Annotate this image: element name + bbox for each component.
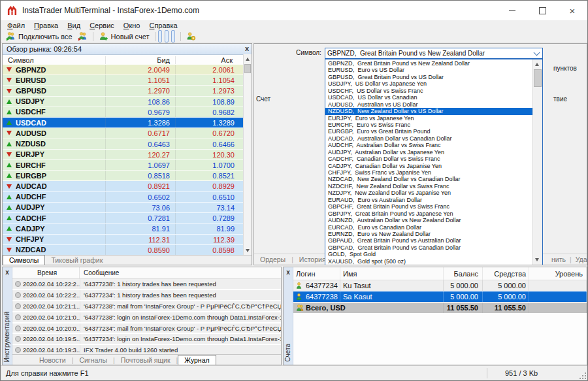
- market-watch-row-USDCHF[interactable]: USDCHF0.96790.9682: [3, 107, 243, 118]
- dropdown-item-NZDUSD[interactable]: NZDUSD, New Zealand Dollar vs US Dollar: [325, 108, 532, 114]
- account-settings-button[interactable]: [184, 31, 199, 42]
- dropdown-item-GBPUSD[interactable]: GBPUSD, Great Britain Pound vs US Dollar: [325, 74, 532, 80]
- journal-row[interactable]: 2020.02.04 10:21:0...'64377238': login o…: [12, 312, 281, 323]
- dropdown-scrollbar-thumb[interactable]: [534, 69, 542, 87]
- accounts-column-header-3[interactable]: Баланс: [444, 267, 483, 280]
- dropdown-item-AUDUSD[interactable]: AUDUSD, Australian vs US Dollar: [325, 101, 532, 108]
- bid-column-header[interactable]: Бид: [106, 56, 176, 64]
- menu-item-Вид[interactable]: Вид: [65, 22, 87, 29]
- ask-column-header[interactable]: Аск: [176, 56, 235, 64]
- dropdown-item-GBPAUD[interactable]: GBPAUD, Great Britain Pound vs Australia…: [325, 237, 532, 244]
- journal-row[interactable]: 2020.02.04 10:19:3...IFX Trader 4.00 bui…: [12, 345, 281, 355]
- scrollbar-thumb[interactable]: [244, 64, 251, 73]
- dropdown-scrollbar[interactable]: [532, 59, 542, 265]
- dropdown-item-CADCHF[interactable]: CADCHF, Canadian Dollar vs Swiss Franc: [325, 156, 532, 162]
- market-watch-row-USDCAD[interactable]: USDCAD1.32861.3289: [3, 118, 243, 128]
- dropdown-item-EURUSD[interactable]: EURUSD, Euro vs US Dollar: [325, 67, 532, 73]
- symbol-combobox[interactable]: GBPNZD, Great Britain Pound vs New Zeala…: [325, 48, 543, 59]
- resize-grip[interactable]: [578, 371, 586, 379]
- order-action-button-1[interactable]: нить: [551, 256, 566, 263]
- market-watch-row-AUDCAD[interactable]: AUDCAD0.89210.8929: [3, 181, 243, 191]
- menu-item-Справка[interactable]: Справка: [146, 22, 184, 29]
- tab-journal-3[interactable]: Почтовый ящик: [115, 356, 176, 365]
- market-watch-close-button[interactable]: x: [245, 44, 249, 53]
- close-button[interactable]: ×: [557, 1, 587, 20]
- connect-all-button[interactable]: Подключить все: [3, 31, 75, 42]
- market-watch-row-EURUSD[interactable]: EURUSD1.10511.1054: [3, 75, 243, 86]
- scroll-up-button[interactable]: [244, 55, 252, 63]
- dropdown-item-GBPJPY[interactable]: GBPJPY, Great Britain Pound vs Japanese …: [325, 210, 532, 217]
- journal-row[interactable]: 2020.02.04 10:22:2...'64377238': 1 histo…: [12, 279, 281, 290]
- scroll-down-button[interactable]: [244, 246, 252, 255]
- dropdown-item-USDCHF[interactable]: USDCHF, US Dollar vs Swiss Franc: [325, 88, 532, 94]
- market-watch-scrollbar[interactable]: [243, 54, 252, 256]
- dropdown-item-USDJPY[interactable]: USDJPY, US Dollar vs Japanese Yen: [325, 80, 532, 87]
- minimize-button[interactable]: [497, 1, 527, 20]
- dropdown-item-EURAUD[interactable]: EURAUD, Euro vs Australian Dollar: [325, 197, 532, 203]
- dropdown-item-GBPCHF[interactable]: GBPCHF, Great Britain Pound vs Swiss Fra…: [325, 203, 532, 210]
- toggle-accounts-button[interactable]: [165, 30, 169, 42]
- market-watch-row-AUDJPY[interactable]: AUDJPY73.0673.14: [3, 203, 243, 213]
- menu-item-Сервис[interactable]: Сервис: [87, 22, 121, 29]
- dropdown-item-GOLD[interactable]: GOLD, Spot Gold: [325, 251, 532, 257]
- dropdown-item-AUDNZD[interactable]: AUDNZD, Australian Dollar vs New Zealand…: [325, 217, 532, 224]
- menu-item-Правка[interactable]: Правка: [31, 22, 65, 29]
- dropdown-item-GBPNZD[interactable]: GBPNZD, Great Britain Pound vs New Zeala…: [325, 60, 532, 67]
- dropdown-item-CHFJPY[interactable]: CHFJPY, Swiss Franc vs Japanise Yen: [325, 169, 532, 176]
- disconnect-all-button[interactable]: [75, 31, 90, 42]
- market-watch-row-NZDCAD[interactable]: NZDCAD0.85900.8598: [3, 245, 243, 256]
- dropdown-item-EURNZD[interactable]: EURNZD, Euro vs New Zealand Dollar: [325, 231, 532, 237]
- dropdown-item-CADJPY[interactable]: CADJPY, Canadian Dollar vs Japanise Yen: [325, 163, 532, 169]
- symbol-column-header[interactable]: Символ: [3, 56, 106, 64]
- account-row-64377234[interactable]: 64377234Ku Tasut5 000.005 000.00: [293, 280, 587, 291]
- journal-close-button[interactable]: x: [3, 269, 12, 276]
- tab-journal-1[interactable]: Новости: [33, 356, 72, 365]
- journal-row[interactable]: 2020.02.04 10:19:5...'64377234': login o…: [12, 334, 281, 345]
- dropdown-scroll-down-button[interactable]: [533, 256, 541, 264]
- market-watch-row-USDJPY[interactable]: USDJPY108.86108.89: [3, 97, 243, 107]
- new-account-button[interactable]: Новый счет: [96, 31, 152, 42]
- market-watch-row-GBPUSD[interactable]: GBPUSD1.29701.2973: [3, 86, 243, 96]
- dropdown-item-EURGBP[interactable]: EURGBP, Euro vs Great Britain Pound: [325, 128, 532, 135]
- dropdown-item-NZDCAD[interactable]: NZDCAD, New Zealand Dollar vs Canadian D…: [325, 176, 532, 182]
- dropdown-item-AUDJPY[interactable]: AUDJPY, Australian Dollar vs Japanese Ye…: [325, 149, 532, 156]
- accounts-column-header-4[interactable]: Средства: [483, 267, 529, 280]
- market-watch-row-NZDUSD[interactable]: NZDUSD0.64630.6466: [3, 139, 243, 150]
- order-action-button-2[interactable]: Удалить: [576, 256, 587, 263]
- toggle-market-watch-button[interactable]: [158, 30, 162, 42]
- market-watch-row-GBPNZD[interactable]: GBPNZD2.00492.0061: [3, 65, 243, 75]
- market-watch-row-CADJPY[interactable]: CADJPY81.9181.99: [3, 224, 243, 234]
- market-watch-row-CADCHF[interactable]: CADCHF0.72810.7289: [3, 213, 243, 224]
- market-watch-row-AUDUSD[interactable]: AUDUSD0.67170.6720: [3, 128, 243, 139]
- market-watch-row-EURJPY[interactable]: EURJPY120.27120.30: [3, 150, 243, 160]
- dropdown-item-EURCAD[interactable]: EURCAD, Euro vs Canadian Dollar: [325, 224, 532, 231]
- accounts-vertical-tab[interactable]: Счета: [284, 344, 291, 362]
- dropdown-item-EURJPY[interactable]: EURJPY, Euro vs Japanese Yen: [325, 115, 532, 122]
- combobox-dropdown-button[interactable]: [532, 50, 541, 57]
- toggle-panels-button[interactable]: [171, 30, 175, 42]
- market-watch-row-AUDCHF[interactable]: AUDCHF0.65020.6510: [3, 192, 243, 203]
- journal-row[interactable]: 2020.02.04 10:22:2...'64377234': 1 histo…: [12, 290, 281, 301]
- journal-row[interactable]: 2020.02.04 10:20:0...'64377234': mail fr…: [12, 323, 281, 335]
- dropdown-scroll-up-button[interactable]: [533, 60, 541, 69]
- menu-item-Файл[interactable]: Файл: [5, 22, 31, 29]
- accounts-close-button[interactable]: x: [284, 269, 293, 276]
- menu-item-Окно[interactable]: Окно: [121, 22, 147, 29]
- tab-market-watch-1[interactable]: Символы: [3, 255, 45, 265]
- market-watch-row-EURGBP[interactable]: EURGBP0.85180.8521: [3, 171, 243, 181]
- market-watch-row-CHFJPY[interactable]: CHFJPY112.31112.39: [3, 235, 243, 245]
- journal-row[interactable]: 2020.02.04 10:21:1...'64377238': mail fr…: [12, 301, 281, 312]
- dropdown-item-GBPCAD[interactable]: GBPCAD, Great Britain Pound vs Canadian …: [325, 244, 532, 251]
- accounts-column-header-2[interactable]: Имя: [340, 267, 444, 280]
- dropdown-item-NZDCHF[interactable]: NZDCHF, New Zealand Dollar vs Swiss Fran…: [325, 183, 532, 190]
- market-watch-row-EURCHF[interactable]: EURCHF1.06971.0700: [3, 160, 243, 171]
- dropdown-item-NZDJPY[interactable]: NZDJPY, New Zealand Dollar vs Japanise Y…: [325, 190, 532, 196]
- dropdown-item-EURCHF[interactable]: EURCHF, Euro vs Swiss Franc: [325, 122, 532, 128]
- accounts-column-header-5[interactable]: Уровень: [529, 267, 587, 280]
- tab-journal-4[interactable]: Журнал: [178, 355, 216, 365]
- dropdown-item-AUDCAD[interactable]: AUDCAD, Australian Dollar vs Canadian Do…: [325, 135, 532, 142]
- dropdown-item-XAUUSD[interactable]: XAUUSD, Gold spot (500 oz): [325, 258, 532, 265]
- tab-order-panel-1[interactable]: Ордеры: [254, 255, 291, 264]
- tab-journal-2[interactable]: Сигналы: [73, 356, 113, 365]
- dropdown-item-AUDCHF[interactable]: AUDCHF, Australian Dollar vs Swiss Franc: [325, 142, 532, 148]
